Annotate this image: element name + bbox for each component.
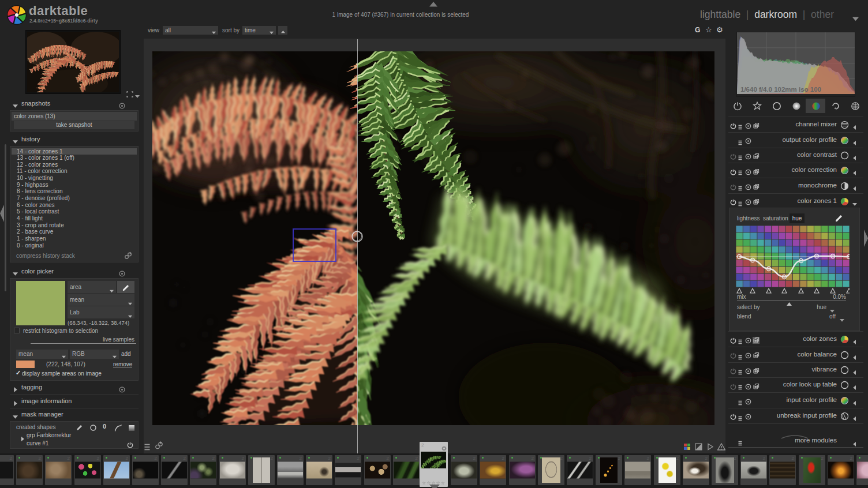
svg-text:1/640 f/4.0 102mm iso 100: 1/640 f/4.0 102mm iso 100: [740, 86, 821, 93]
